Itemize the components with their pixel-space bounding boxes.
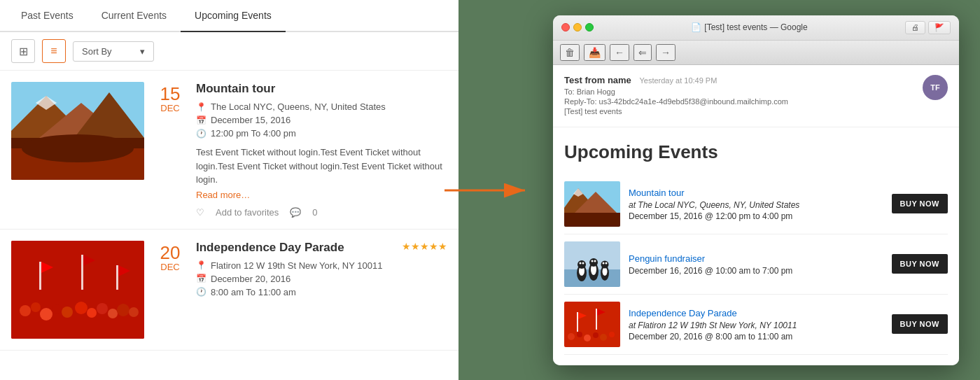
email-body: Upcoming Events Mountain tour xyxy=(553,127,959,365)
email-subject: [Test] test events xyxy=(564,107,916,115)
event-image-mountain xyxy=(11,82,144,180)
svg-point-54 xyxy=(584,335,591,342)
right-panel: 📄 [Test] test events — Google 🖨 🚩 🗑 📥 ← … xyxy=(511,0,980,380)
svg-point-40 xyxy=(582,262,584,264)
arrow-container xyxy=(458,0,511,380)
back-button[interactable]: ← xyxy=(610,44,629,61)
email-event-link-mountain[interactable]: Mountain tour xyxy=(629,188,685,198)
clock-icon-parade: 🕐 xyxy=(196,287,206,297)
event-date-meta: 📅 December 15, 2016 xyxy=(196,115,447,125)
dot-minimize[interactable] xyxy=(573,23,582,31)
event-date-mountain: 15 Dec xyxy=(155,82,185,218)
svg-point-7 xyxy=(22,134,134,162)
archive-button[interactable]: 📥 xyxy=(584,44,606,61)
event-time-parade-meta: 🕐 8:00 am To 11:00 am xyxy=(196,287,447,297)
location-icon: 📍 xyxy=(196,102,206,112)
email-heading: Upcoming Events xyxy=(564,141,948,163)
svg-point-18 xyxy=(108,309,118,318)
svg-point-50 xyxy=(606,262,608,264)
email-from-text: Test from name xyxy=(564,75,631,85)
email-header: Test from name Yesterday at 10:49 PM To:… xyxy=(553,65,959,127)
event-day: 15 xyxy=(160,85,181,103)
grid-icon: ⊞ xyxy=(19,45,28,58)
email-event-info-parade: Independence Day Parade at Flatiron 12 W… xyxy=(629,307,883,342)
email-event-penguins: Penguin fundraiser December 16, 2016 @ 1… xyxy=(564,234,948,295)
delete-button[interactable]: 🗑 xyxy=(560,44,580,61)
email-subject-text: [Test] test events xyxy=(564,107,622,115)
svg-rect-58 xyxy=(577,312,578,332)
event-date-text: December 15, 2016 xyxy=(211,115,290,125)
chevron-down-icon: ▾ xyxy=(140,46,145,57)
arrow-svg xyxy=(444,169,536,211)
svg-rect-32 xyxy=(564,213,620,227)
svg-point-44 xyxy=(592,260,594,262)
add-to-favorites[interactable]: Add to favorites xyxy=(216,207,279,218)
event-day-parade: 20 xyxy=(160,244,181,262)
svg-rect-51 xyxy=(564,302,620,347)
svg-rect-25 xyxy=(116,265,118,290)
email-event-venue-parade: at Flatiron 12 W 19th St New York, NY 10… xyxy=(629,321,883,330)
email-event-info-penguins: Penguin fundraiser December 16, 2016 @ 1… xyxy=(629,252,883,276)
tab-current-events[interactable]: Current Events xyxy=(88,0,181,32)
email-event-link-parade[interactable]: Independence Day Parade xyxy=(629,308,737,318)
svg-rect-23 xyxy=(81,255,83,290)
svg-point-53 xyxy=(577,332,582,337)
tabs-bar: Past Events Current Events Upcoming Even… xyxy=(0,0,458,32)
flag-button[interactable]: 🚩 xyxy=(928,21,951,34)
email-reply: Reply-To: us3-42bdc24a1e-4d9ebd5f38@inbo… xyxy=(564,97,916,106)
buy-now-parade[interactable]: BUY NOW xyxy=(892,314,948,334)
event-time-parade-text: 8:00 am To 11:00 am xyxy=(211,287,296,297)
svg-point-15 xyxy=(75,302,88,314)
list-view-button[interactable]: ≡ xyxy=(42,39,66,63)
svg-point-47 xyxy=(603,267,608,276)
svg-point-14 xyxy=(62,307,73,318)
svg-point-38 xyxy=(578,260,586,269)
browser-title-text: [Test] test events — Google xyxy=(704,22,807,32)
email-to: To: Brian Hogg xyxy=(564,87,916,96)
dot-close[interactable] xyxy=(561,23,570,31)
svg-rect-21 xyxy=(39,262,41,290)
event-date-parade-meta: 📅 December 20, 2016 xyxy=(196,274,447,284)
sort-dropdown[interactable]: Sort By ▾ xyxy=(73,41,154,62)
svg-point-57 xyxy=(609,332,615,337)
event-month-parade: Dec xyxy=(160,262,179,272)
event-date-parade: 20 Dec xyxy=(155,241,185,339)
event-image-parade xyxy=(11,241,144,339)
event-footer: ♡ Add to favorites 💬 0 xyxy=(196,207,447,218)
event-title-mountain: Mountain tour xyxy=(196,82,447,96)
svg-point-52 xyxy=(568,333,575,340)
forward-button[interactable]: → xyxy=(656,44,676,61)
event-details-parade: Independence Day Parade ★★★★★ 📍 Flatiron… xyxy=(196,241,447,339)
email-event-mountain: Mountain tour at The Local NYC, Queens, … xyxy=(564,174,948,234)
tab-upcoming-events[interactable]: Upcoming Events xyxy=(181,0,286,32)
svg-point-17 xyxy=(97,303,108,314)
tab-past-events[interactable]: Past Events xyxy=(7,0,88,32)
event-month: Dec xyxy=(160,103,179,113)
event-location: 📍 The Local NYC, Queens, NY, United Stat… xyxy=(196,101,447,112)
svg-point-45 xyxy=(594,260,596,262)
browser-title: 📄 [Test] test events — Google xyxy=(599,22,899,32)
read-more-link[interactable]: Read more… xyxy=(196,190,447,200)
toolbar: ⊞ ≡ Sort By ▾ xyxy=(0,32,458,71)
comment-icon: 💬 xyxy=(290,207,301,218)
svg-point-19 xyxy=(117,304,130,316)
svg-point-13 xyxy=(52,304,62,314)
svg-point-11 xyxy=(31,302,41,312)
email-event-venue-mountain: at The Local NYC, Queens, NY, United Sta… xyxy=(629,200,883,210)
buy-now-mountain[interactable]: BUY NOW xyxy=(892,194,948,213)
print-button[interactable]: 🖨 xyxy=(905,21,925,34)
svg-point-43 xyxy=(589,258,598,267)
svg-rect-60 xyxy=(596,309,597,330)
email-event-link-penguins[interactable]: Penguin fundraiser xyxy=(629,253,705,264)
list-icon: ≡ xyxy=(50,45,57,57)
calendar-icon-parade: 📅 xyxy=(196,274,206,283)
browser-titlebar: 📄 [Test] test events — Google 🖨 🚩 xyxy=(553,15,959,41)
browser-window: 📄 [Test] test events — Google 🖨 🚩 🗑 📥 ← … xyxy=(553,15,959,365)
buy-now-penguins[interactable]: BUY NOW xyxy=(892,254,948,274)
sort-label: Sort By xyxy=(82,46,112,57)
event-item-mountain-tour: 15 Dec Mountain tour 📍 The Local NYC, Qu… xyxy=(0,71,458,230)
email-event-datetime-mountain: December 15, 2016 @ 12:00 pm to 4:00 pm xyxy=(629,211,883,221)
dot-maximize[interactable] xyxy=(585,23,594,31)
grid-view-button[interactable]: ⊞ xyxy=(11,39,35,63)
forward-all-button[interactable]: ⇐ xyxy=(634,44,652,61)
